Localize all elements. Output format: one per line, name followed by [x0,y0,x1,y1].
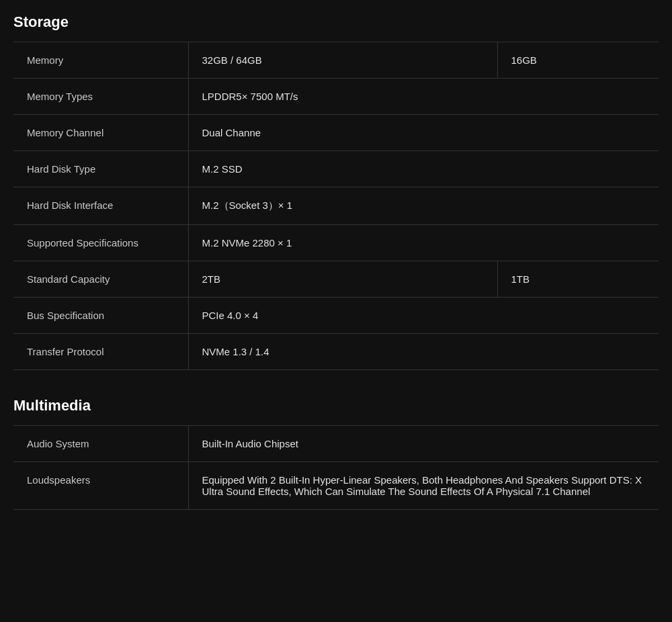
table-row: Supported SpecificationsM.2 NVMe 2280 × … [13,225,659,261]
table-row: Bus SpecificationPCIe 4.0 × 4 [13,298,659,334]
row-value: M.2 SSD [188,151,497,187]
table-row: Standard Capacity2TB1TB [13,261,659,298]
row-value: 32GB / 64GB [188,42,497,79]
row-value: Dual Channe [188,115,497,151]
row-label: Hard Disk Type [13,151,188,187]
table-row: Hard Disk InterfaceM.2（Socket 3）× 1 [13,187,659,225]
storage-title: Storage [13,13,659,31]
row-value: Built-In Audio Chipset [188,426,659,462]
row-label: Loudspeakers [13,462,188,510]
multimedia-title: Multimedia [13,397,659,414]
row-value: NVMe 1.3 / 1.4 [188,334,497,370]
row-label: Supported Specifications [13,225,188,261]
row-label: Memory Channel [13,115,188,151]
row-label: Audio System [13,426,188,462]
table-row: Transfer ProtocolNVMe 1.3 / 1.4 [13,334,659,370]
table-row: LoudspeakersEquipped With 2 Built-In Hyp… [13,462,659,510]
storage-section: Storage Memory32GB / 64GB16GBMemory Type… [0,0,672,377]
table-row: Memory ChannelDual Channe [13,115,659,151]
row-value: Equipped With 2 Built-In Hyper-Linear Sp… [188,462,659,510]
table-row: Memory32GB / 64GB16GB [13,42,659,79]
row-value: LPDDR5× 7500 MT/s [188,79,497,115]
row-value: M.2 NVMe 2280 × 1 [188,225,497,261]
row-label: Transfer Protocol [13,334,188,370]
multimedia-table: Audio SystemBuilt-In Audio ChipsetLoudsp… [13,425,659,510]
row-label: Bus Specification [13,298,188,334]
table-row: Memory TypesLPDDR5× 7500 MT/s [13,79,659,115]
table-row: Hard Disk TypeM.2 SSD [13,151,659,187]
row-label: Memory [13,42,188,79]
row-value: 2TB [188,261,497,298]
row-label: Memory Types [13,79,188,115]
row-secondary-value: 1TB [497,261,659,298]
row-value: M.2（Socket 3）× 1 [188,187,497,225]
row-value: PCIe 4.0 × 4 [188,298,497,334]
row-label: Hard Disk Interface [13,187,188,225]
row-label: Standard Capacity [13,261,188,298]
row-secondary-value: 16GB [497,42,659,79]
multimedia-section: Multimedia Audio SystemBuilt-In Audio Ch… [0,384,672,517]
table-row: Audio SystemBuilt-In Audio Chipset [13,426,659,462]
storage-table: Memory32GB / 64GB16GBMemory TypesLPDDR5×… [13,42,659,370]
